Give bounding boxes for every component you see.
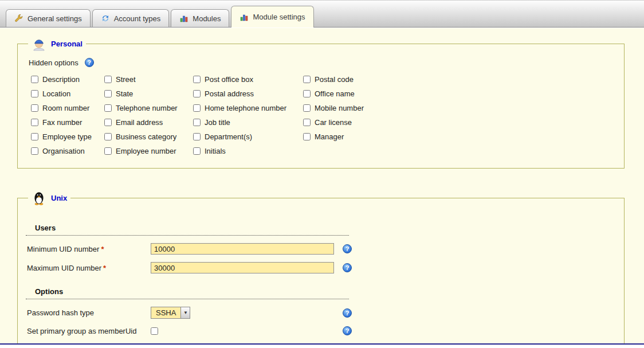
personal-fieldset: Personal Hidden options ? Description St… bbox=[17, 36, 625, 169]
personal-legend-label: Personal bbox=[51, 40, 83, 48]
checkbox[interactable] bbox=[303, 133, 311, 140]
tab-modules[interactable]: Modules bbox=[171, 9, 229, 27]
max-uid-input[interactable] bbox=[151, 262, 334, 273]
help-icon[interactable]: ? bbox=[343, 244, 352, 253]
hidden-option[interactable]: Postal address bbox=[193, 89, 303, 98]
checkbox[interactable] bbox=[193, 147, 201, 155]
min-uid-row: Minimum UID number* ? bbox=[27, 243, 616, 255]
help-icon[interactable]: ? bbox=[343, 263, 352, 272]
wrench-icon bbox=[14, 14, 23, 23]
hidden-option[interactable]: Mobile number bbox=[303, 104, 616, 112]
tab-account-types[interactable]: Account types bbox=[92, 9, 170, 27]
bottom-rule bbox=[0, 343, 644, 345]
hidden-options-row: Hidden options ? bbox=[29, 58, 616, 67]
hidden-option[interactable]: Manager bbox=[303, 132, 616, 141]
tab-module-settings[interactable]: Module settings bbox=[231, 6, 313, 28]
modules-icon bbox=[179, 14, 189, 23]
hidden-option[interactable]: Organisation bbox=[31, 147, 104, 155]
unix-fieldset: Unix Users Minimum UID number* ? Maximum… bbox=[17, 190, 625, 343]
checkbox[interactable] bbox=[193, 90, 201, 97]
hidden-option[interactable]: Employee type bbox=[31, 132, 104, 141]
tab-label: Account types bbox=[114, 14, 161, 23]
checkbox[interactable] bbox=[31, 119, 38, 126]
help-icon[interactable]: ? bbox=[343, 326, 352, 335]
min-uid-input[interactable] bbox=[151, 243, 334, 255]
person-icon bbox=[32, 36, 46, 51]
checkbox[interactable] bbox=[193, 76, 201, 83]
checkbox[interactable] bbox=[31, 133, 38, 140]
checkbox[interactable] bbox=[303, 119, 311, 126]
hidden-option[interactable]: Office name bbox=[303, 89, 616, 98]
hidden-option[interactable]: Business category bbox=[104, 132, 193, 141]
hidden-option[interactable]: Street bbox=[104, 75, 193, 84]
hidden-option[interactable]: Telephone number bbox=[104, 104, 193, 112]
password-hash-label: Password hash type bbox=[27, 308, 151, 317]
hidden-option[interactable]: Fax number bbox=[31, 118, 104, 127]
hidden-option[interactable]: State bbox=[104, 89, 193, 98]
checkbox[interactable] bbox=[303, 76, 311, 83]
hidden-options-grid: Description Street Post office box Posta… bbox=[31, 75, 616, 155]
checkbox[interactable] bbox=[193, 133, 201, 140]
hidden-option[interactable]: Car license bbox=[303, 118, 616, 127]
password-hash-select[interactable]: SSHA ▼ bbox=[151, 307, 190, 319]
options-section-title: Options bbox=[26, 287, 349, 299]
hidden-option[interactable]: Job title bbox=[193, 118, 303, 127]
module-settings-icon bbox=[239, 13, 249, 22]
hidden-option[interactable]: Location bbox=[31, 89, 104, 98]
tab-label: Modules bbox=[193, 14, 221, 23]
required-marker: * bbox=[101, 245, 104, 253]
checkbox[interactable] bbox=[104, 104, 112, 112]
password-hash-selected-value: SSHA bbox=[151, 307, 180, 318]
max-uid-row: Maximum UID number* ? bbox=[27, 262, 616, 273]
checkbox[interactable] bbox=[31, 147, 38, 155]
hidden-option[interactable]: Initials bbox=[193, 147, 303, 155]
hidden-option[interactable]: Employee number bbox=[104, 147, 193, 155]
hidden-option[interactable]: Postal code bbox=[303, 75, 616, 84]
checkbox[interactable] bbox=[31, 104, 38, 112]
hidden-option[interactable]: Home telephone number bbox=[193, 104, 303, 112]
hidden-option[interactable]: Room number bbox=[31, 104, 104, 112]
checkbox[interactable] bbox=[303, 104, 311, 112]
member-uid-label: Set primary group as memberUid bbox=[27, 327, 151, 335]
hidden-option[interactable]: Department(s) bbox=[193, 132, 303, 141]
checkbox[interactable] bbox=[104, 76, 112, 83]
tux-penguin-icon bbox=[32, 190, 46, 205]
checkbox[interactable] bbox=[193, 104, 201, 112]
help-icon[interactable]: ? bbox=[85, 58, 94, 67]
required-marker: * bbox=[103, 264, 106, 272]
checkbox[interactable] bbox=[31, 90, 38, 97]
hidden-options-label: Hidden options bbox=[29, 58, 78, 67]
member-uid-row: Set primary group as memberUid ? bbox=[27, 326, 616, 335]
hidden-option[interactable]: Email address bbox=[104, 118, 193, 127]
max-uid-label: Maximum UID number* bbox=[27, 264, 151, 272]
tab-general-settings[interactable]: General settings bbox=[6, 9, 91, 27]
personal-legend: Personal bbox=[28, 36, 86, 51]
min-uid-label: Minimum UID number* bbox=[27, 245, 151, 253]
hidden-option[interactable]: Description bbox=[31, 75, 104, 84]
password-hash-row: Password hash type SSHA ▼ ? bbox=[27, 307, 616, 319]
checkbox[interactable] bbox=[104, 133, 112, 140]
checkbox[interactable] bbox=[31, 76, 38, 83]
dropdown-arrow-icon[interactable]: ▼ bbox=[180, 307, 190, 318]
unix-legend-label: Unix bbox=[51, 194, 67, 202]
tab-bar: General settings Account types Modules bbox=[0, 0, 644, 28]
checkbox[interactable] bbox=[104, 119, 112, 126]
checkbox[interactable] bbox=[104, 90, 112, 97]
module-settings-page: Personal Hidden options ? Description St… bbox=[0, 28, 644, 343]
help-icon[interactable]: ? bbox=[343, 308, 352, 318]
checkbox[interactable] bbox=[193, 119, 201, 126]
checkbox[interactable] bbox=[303, 90, 311, 97]
unix-legend: Unix bbox=[28, 190, 70, 205]
hidden-option[interactable]: Post office box bbox=[193, 75, 303, 84]
tab-label: Module settings bbox=[253, 13, 305, 21]
gears-icon bbox=[101, 14, 110, 23]
member-uid-checkbox[interactable] bbox=[151, 327, 158, 335]
users-section-title: Users bbox=[26, 224, 349, 236]
tab-label: General settings bbox=[28, 14, 82, 23]
checkbox[interactable] bbox=[104, 147, 112, 155]
